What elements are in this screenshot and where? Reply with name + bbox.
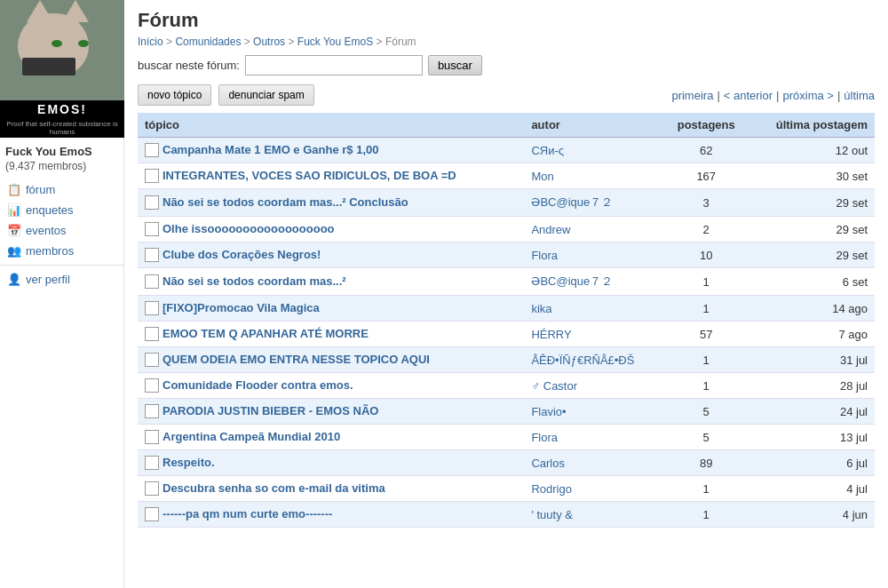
breadcrumb-inicio[interactable]: Início (138, 36, 163, 48)
pagination-last[interactable]: última (844, 89, 875, 102)
topic-link[interactable]: ------pa qm num curte emo------- (163, 507, 332, 520)
author-link[interactable]: ÂÊĐ•ÏÑƒ€RÑÂ£•ÐŠ (531, 354, 634, 367)
sidebar-item-enquetes[interactable]: 📊 enquetes (0, 200, 123, 220)
sidebar-link-enquetes[interactable]: 📊 enquetes (0, 200, 123, 220)
author-link[interactable]: Andrew (531, 223, 570, 236)
author-link[interactable]: Carlos (531, 457, 565, 470)
search-button[interactable]: buscar (428, 55, 482, 75)
lastpost-cell: 7 ago (749, 322, 875, 347)
topic-cell: Argentina Campeã Mundial 2010 (138, 425, 524, 450)
forum-table: tópico autor postagens última postagem C… (138, 113, 875, 528)
breadcrumb-comunidades[interactable]: Comunidades (175, 36, 241, 48)
author-link[interactable]: Flora (531, 249, 558, 262)
new-topic-button[interactable]: novo tópico (138, 84, 211, 106)
membros-icon: 👥 (7, 244, 21, 258)
topic-icon (145, 353, 159, 367)
group-image (0, 0, 124, 100)
author-link[interactable]: ƏBC@ique７２ (531, 195, 613, 209)
topic-cell: Clube dos Corações Negros! (138, 242, 524, 268)
sidebar-link-eventos[interactable]: 📅 eventos (0, 220, 123, 241)
topic-icon (145, 327, 159, 341)
posts-cell: 1 (663, 268, 749, 296)
topic-link[interactable]: Clube dos Corações Negros! (163, 248, 321, 261)
author-link[interactable]: ♂ Castor (531, 379, 577, 393)
topic-link[interactable]: Respeito. (163, 456, 215, 469)
sidebar-image: EMOS! Proof that self-created substance … (0, 0, 124, 138)
table-header-row: tópico autor postagens última postagem (138, 113, 875, 138)
col-topic: tópico (138, 113, 524, 138)
breadcrumb-outros[interactable]: Outros (253, 36, 285, 48)
author-link[interactable]: СЯи-ς (531, 144, 564, 157)
search-input[interactable] (245, 55, 423, 75)
table-row: Não sei se todos coordam mas...²ƏBC@ique… (138, 268, 875, 296)
topic-link[interactable]: Não sei se todos coordam mas...² Conclus… (163, 195, 408, 209)
posts-cell: 167 (663, 163, 749, 189)
topic-link[interactable]: Argentina Campeã Mundial 2010 (163, 430, 340, 443)
topic-link[interactable]: Olhe issoooooooooooooooooo (163, 222, 335, 235)
topic-icon (145, 430, 159, 444)
topic-link[interactable]: QUEM ODEIA EMO ENTRA NESSE TOPICO AQUI (163, 353, 430, 366)
col-author: autor (524, 113, 663, 138)
breadcrumb-group[interactable]: Fuck You EmoS (297, 36, 373, 48)
pagination-sep1: | (717, 89, 719, 102)
pagination-prev[interactable]: < anterior (724, 89, 773, 102)
profile-label: ver perfil (26, 273, 70, 286)
topic-link[interactable]: EMOO TEM Q APANHAR ATÉ MORRE (163, 327, 369, 340)
topic-icon (145, 456, 159, 470)
pagination-sep2: | (776, 89, 779, 102)
sidebar-link-forum[interactable]: 📋 fórum (0, 179, 123, 200)
sidebar-item-eventos[interactable]: 📅 eventos (0, 220, 123, 241)
posts-cell: 57 (663, 322, 749, 347)
enquetes-label: enquetes (26, 203, 74, 217)
sidebar-divider (0, 265, 123, 266)
lastpost-cell: 13 jul (749, 425, 875, 450)
author-link[interactable]: Mon (531, 170, 553, 183)
pagination-first[interactable]: primeira (671, 89, 713, 102)
posts-cell: 1 (663, 296, 749, 322)
search-bar: buscar neste fórum: buscar (138, 55, 875, 75)
author-link[interactable]: kika (531, 302, 551, 315)
topic-cell: Comunidade Flooder contra emos. (138, 373, 524, 399)
lastpost-cell: 30 set (749, 163, 875, 189)
pagination-bar: primeira | < anterior | próxima > | últi… (671, 89, 875, 102)
sidebar-profile[interactable]: 👤 ver perfil (0, 269, 123, 290)
profile-icon: 👤 (7, 273, 21, 286)
topic-link[interactable]: Descubra senha so com e-mail da vitima (163, 481, 385, 495)
col-lastpost: última postagem (749, 113, 875, 138)
col-posts: postagens (663, 113, 749, 138)
author-link[interactable]: ƏBC@ique７２ (531, 274, 613, 288)
report-spam-button[interactable]: denunciar spam (218, 84, 313, 106)
topic-icon (145, 301, 159, 315)
breadcrumb-sep2: > (244, 36, 253, 48)
pagination-next[interactable]: próxima > (782, 89, 833, 102)
sidebar-item-membros[interactable]: 👥 membros (0, 241, 123, 261)
table-row: Respeito.Carlos896 jul (138, 450, 875, 476)
posts-cell: 89 (663, 450, 749, 476)
topic-link[interactable]: Não sei se todos coordam mas...² (163, 274, 346, 288)
breadcrumb-sep3: > (288, 36, 297, 48)
author-cell: ♂ Castor (524, 373, 663, 399)
topic-link[interactable]: Comunidade Flooder contra emos. (163, 378, 353, 392)
author-link[interactable]: HÉRRY (531, 328, 571, 341)
author-cell: СЯи-ς (524, 138, 663, 163)
topic-icon (145, 248, 159, 262)
topic-icon (145, 404, 159, 418)
topic-link[interactable]: Campanha Mate 1 EMO e Ganhe r$ 1,00 (163, 143, 378, 156)
sidebar-item-forum[interactable]: 📋 fórum (0, 179, 123, 200)
author-link[interactable]: Rodrigo (531, 482, 572, 496)
topic-cell: QUEM ODEIA EMO ENTRA NESSE TOPICO AQUI (138, 347, 524, 373)
posts-cell: 5 (663, 425, 749, 450)
table-row: QUEM ODEIA EMO ENTRA NESSE TOPICO AQUIÂÊ… (138, 347, 875, 373)
topic-cell: Campanha Mate 1 EMO e Ganhe r$ 1,00 (138, 138, 524, 163)
lastpost-cell: 31 jul (749, 347, 875, 373)
topic-cell: Respeito. (138, 450, 524, 476)
topic-link[interactable]: [FIXO]Promocao Vila Magica (163, 301, 320, 314)
sidebar-link-membros[interactable]: 👥 membros (0, 241, 123, 261)
topic-link[interactable]: INTEGRANTES, VOCES SAO RIDICULOS, DE BOA… (163, 169, 456, 182)
author-link[interactable]: Flora (531, 431, 558, 444)
author-link[interactable]: Flavio• (531, 405, 566, 418)
posts-cell: 2 (663, 217, 749, 242)
author-link[interactable]: ' tuuty & (531, 508, 573, 521)
profile-link[interactable]: 👤 ver perfil (7, 273, 116, 286)
topic-link[interactable]: PARODIA JUSTIN BIEBER - EMOS NÃO (163, 404, 378, 417)
